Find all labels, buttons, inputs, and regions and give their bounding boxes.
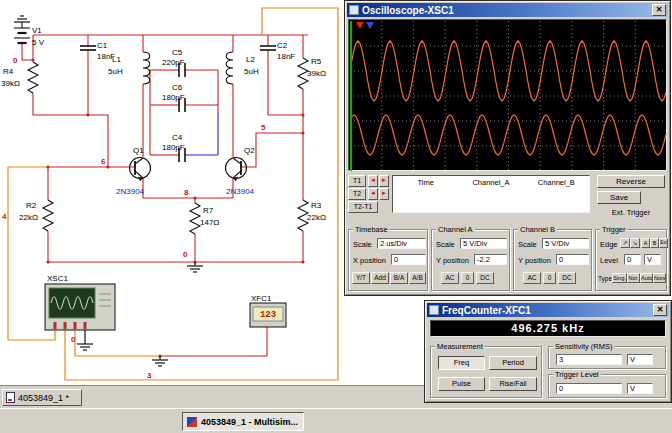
- c4-ref-label: C4: [172, 133, 183, 142]
- c6-value-label: 180pF: [162, 93, 185, 102]
- channel-a-dc-button[interactable]: DC: [476, 272, 494, 284]
- component-r5[interactable]: R5 39kΩ: [298, 57, 326, 89]
- channel-a-ypos-label: Y position: [436, 256, 469, 265]
- trigger-level-unit[interactable]: V: [644, 254, 661, 265]
- component-r7[interactable]: R7 147Ω: [190, 203, 219, 234]
- ground-symbol-top[interactable]: [14, 16, 30, 22]
- oscilloscope-window-icon: [349, 5, 359, 15]
- edge-ext-button[interactable]: Ext: [659, 238, 668, 248]
- component-l2[interactable]: L2 5uH: [226, 52, 259, 84]
- l1-value-label: 5uH: [108, 67, 123, 76]
- trigger-type-label: Type: [598, 275, 612, 282]
- channel-b-ypos-field[interactable]: 0: [556, 254, 589, 265]
- r4-ref-label: R4: [3, 67, 14, 76]
- readout-header-channel-a: Channel_A: [458, 176, 523, 212]
- freq-button[interactable]: Freq: [438, 356, 485, 370]
- trigger-sing-button[interactable]: Sing.: [612, 273, 627, 283]
- save-button[interactable]: Save: [597, 191, 641, 204]
- xsc1-terminal[interactable]: [64, 322, 67, 329]
- xsc1-terminal[interactable]: [74, 322, 77, 329]
- component-q2[interactable]: Q2 2N3904: [226, 146, 256, 196]
- component-c1[interactable]: C1 18nF: [80, 41, 115, 61]
- oscilloscope-titlebar[interactable]: Oscilloscope-XSC1 ✕: [347, 3, 668, 17]
- sensitivity-unit[interactable]: V: [627, 354, 653, 365]
- t2-left-arrow-button[interactable]: ◄: [368, 188, 378, 200]
- instrument-xsc1-icon[interactable]: XSC1: [45, 274, 115, 330]
- timebase-xpos-field[interactable]: 0: [391, 254, 426, 265]
- multisim-app-icon: [187, 417, 197, 427]
- channel-b-dc-button[interactable]: DC: [558, 272, 576, 284]
- freqcounter-close-button[interactable]: ✕: [653, 304, 667, 316]
- instrument-xfc1-icon[interactable]: XFC1 123: [250, 294, 286, 327]
- freqcounter-titlebar[interactable]: FreqCounter-XFC1 ✕: [427, 303, 669, 317]
- channel-a-ypos-field[interactable]: -2.2: [474, 254, 507, 265]
- trigger-level-field[interactable]: 0: [624, 254, 641, 265]
- mode-ba-button[interactable]: B/A: [390, 272, 408, 284]
- mode-yt-button[interactable]: Y/T: [352, 272, 370, 284]
- mode-add-button[interactable]: Add: [371, 272, 389, 284]
- timebase-xpos-label: X position: [353, 256, 386, 265]
- trigger-none-button[interactable]: None: [653, 273, 666, 283]
- channel-a-zero-button[interactable]: 0: [461, 272, 474, 284]
- component-l1[interactable]: L1 5uH: [108, 52, 150, 84]
- channel-b-zero-button[interactable]: 0: [543, 272, 556, 284]
- component-r3[interactable]: R3 22kΩ: [298, 200, 326, 231]
- cursor-t2-box[interactable]: T2: [348, 188, 366, 200]
- component-q1[interactable]: Q1 2N3904: [116, 146, 151, 196]
- component-r2[interactable]: R2 22kΩ: [19, 200, 53, 231]
- risefall-button[interactable]: Rise/Fall: [489, 377, 537, 391]
- channel-b-scale-field[interactable]: 5 V/Div: [542, 238, 589, 249]
- component-r4[interactable]: R4 39kΩ: [1, 62, 38, 93]
- measurement-title: Measurement: [435, 342, 485, 351]
- freqcounter-display: 496.275 kHz: [430, 320, 666, 337]
- reverse-button[interactable]: Reverse: [597, 175, 665, 188]
- trigger-nor-button[interactable]: Nor.: [627, 273, 640, 283]
- xsc1-terminal[interactable]: [84, 322, 87, 329]
- sheet-tab-label: 4053849_1 *: [18, 393, 69, 403]
- oscilloscope-window[interactable]: Oscilloscope-XSC1 ✕ T1 ◄ ► T2 ◄ ► T2-T1 …: [344, 0, 671, 296]
- t1-right-arrow-button[interactable]: ►: [379, 175, 389, 187]
- sensitivity-field[interactable]: 3: [556, 354, 622, 365]
- t2-right-arrow-button[interactable]: ►: [379, 188, 389, 200]
- freqcounter-window[interactable]: FreqCounter-XFC1 ✕ 496.275 kHz Measureme…: [424, 300, 672, 403]
- component-c2[interactable]: C2 18nF: [260, 41, 295, 61]
- trigger-level-field[interactable]: 0: [556, 383, 622, 394]
- pulse-button[interactable]: Pulse: [438, 377, 485, 391]
- timebase-scale-field[interactable]: 2 us/Div: [377, 238, 426, 249]
- oscilloscope-close-button[interactable]: ✕: [652, 4, 666, 16]
- trigger-title: Trigger: [600, 225, 627, 234]
- edge-a-button[interactable]: A: [641, 238, 650, 248]
- ground-symbol-mid[interactable]: [187, 262, 203, 272]
- channel-a-ac-button[interactable]: AC: [441, 272, 459, 284]
- sheet-tab[interactable]: 4053849_1 *: [2, 389, 82, 406]
- channel-b-ac-button[interactable]: AC: [523, 272, 541, 284]
- ground-symbol-xsc[interactable]: [77, 330, 93, 350]
- period-button[interactable]: Period: [489, 356, 537, 370]
- t1-left-arrow-button[interactable]: ◄: [368, 175, 378, 187]
- xsc1-terminal[interactable]: [54, 322, 57, 329]
- edge-rising-button[interactable]: ↗: [620, 238, 630, 248]
- cursor-1-marker[interactable]: [356, 22, 364, 29]
- v1-ref-label: V1: [32, 26, 42, 35]
- edge-b-button[interactable]: B: [650, 238, 659, 248]
- ext-trigger-label[interactable]: Ext. Trigger: [595, 208, 667, 217]
- cursor-t1-box[interactable]: T1: [348, 175, 366, 187]
- mode-ab-button[interactable]: A/B: [409, 272, 426, 284]
- net-3: 3: [147, 371, 152, 380]
- channel-b-ypos-label: Y position: [518, 256, 551, 265]
- ground-symbol-bottom[interactable]: [152, 356, 168, 366]
- edge-falling-button[interactable]: ↘: [630, 238, 640, 248]
- component-c4[interactable]: C4 180pF: [162, 133, 185, 162]
- taskbar-button-multisim[interactable]: 4053849_1 - Multisim...: [182, 412, 304, 431]
- cursor-2-marker[interactable]: [366, 22, 374, 29]
- trigger-level-unit[interactable]: V: [627, 383, 653, 394]
- xfc1-ref-label: XFC1: [251, 294, 272, 303]
- component-c6[interactable]: C6 180pF: [162, 83, 185, 112]
- trigger-auto-button[interactable]: Auto: [640, 273, 653, 283]
- sensitivity-title: Sensitivity (RMS): [553, 342, 615, 351]
- component-v1[interactable]: V1 5 V: [14, 22, 45, 47]
- freqcounter-window-icon: [429, 305, 439, 315]
- channel-a-scale-field[interactable]: 5 V/Div: [460, 238, 507, 249]
- circuit-wires-blue[interactable]: [185, 112, 218, 155]
- component-c5[interactable]: C5 220pF: [162, 48, 185, 77]
